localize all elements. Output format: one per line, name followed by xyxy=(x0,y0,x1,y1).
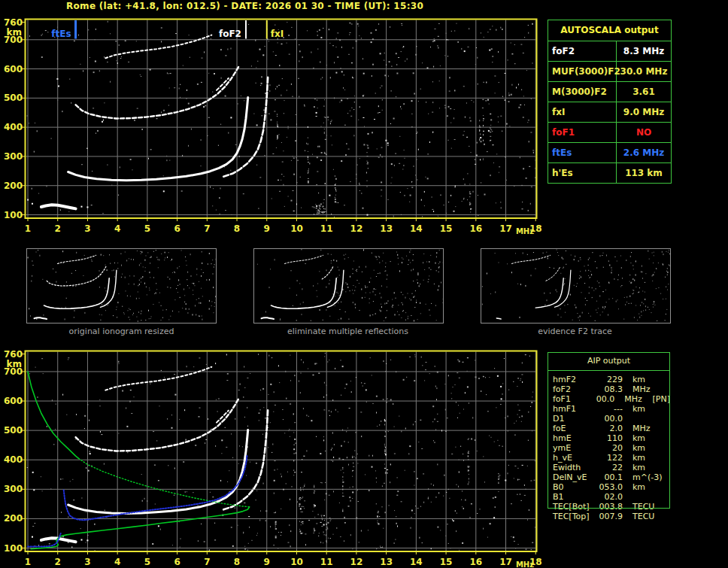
parameter-unit: m^(-3) xyxy=(632,472,664,482)
aip-row-Ewidth: Ewidth22km xyxy=(553,463,670,472)
parameter-unit xyxy=(632,414,664,424)
station-date-time-title: Rome (lat: +41.8, lon: 012.5) - DATE: 20… xyxy=(66,1,423,11)
thumbnail-traces xyxy=(496,255,571,319)
parameter-label: M(3000)F2 xyxy=(548,82,617,102)
svg-text:3: 3 xyxy=(84,557,90,567)
parameter-label: hmF2 xyxy=(553,375,596,384)
svg-text:km: km xyxy=(7,359,22,369)
svg-text:6: 6 xyxy=(174,557,180,567)
svg-text:200: 200 xyxy=(4,513,23,524)
autoscala-row-M(3000)F2: M(3000)F23.61 xyxy=(548,82,671,102)
thumbnail-caption-evidence: evidence F2 trace xyxy=(480,327,670,336)
parameter-value: --- xyxy=(596,404,623,414)
autoscala-row-h'Es: h'Es113 km xyxy=(548,163,671,183)
aip-row-DelN_vE: DelN_vE00.1m^(-3) xyxy=(553,472,670,482)
parameter-label: foF1 xyxy=(548,123,617,142)
autoscala-row-foF1: foF1NO xyxy=(548,123,671,143)
svg-text:3: 3 xyxy=(84,223,90,234)
parameter-value: 122 xyxy=(596,453,623,463)
electron-density-profile xyxy=(28,372,250,549)
thumbnail-traces xyxy=(262,255,344,319)
svg-text:16: 16 xyxy=(469,557,482,567)
parameter-unit: MHz xyxy=(624,394,652,404)
svg-text:9: 9 xyxy=(264,223,270,234)
aip-row-foF2: foF208.3MHz xyxy=(553,384,670,394)
thumbnail-caption-eliminate: eliminate multiple reflections xyxy=(253,327,443,336)
parameter-value: 20 xyxy=(596,443,623,453)
svg-text:200: 200 xyxy=(4,181,23,191)
svg-text:10: 10 xyxy=(290,557,303,567)
parameter-label: foF2 xyxy=(553,384,596,394)
parameter-unit: TECU xyxy=(632,502,664,512)
parameter-label: fxI xyxy=(548,102,617,122)
parameter-label: foF2 xyxy=(548,41,617,61)
parameter-unit: km xyxy=(632,375,664,384)
svg-text:600: 600 xyxy=(4,396,23,406)
svg-text:15: 15 xyxy=(440,557,453,567)
parameter-label: TEC[Bot] xyxy=(553,502,596,512)
svg-text:760: 760 xyxy=(4,17,23,28)
parameter-value: NO xyxy=(617,123,671,142)
parameter-value: 110 xyxy=(596,433,623,443)
svg-text:5: 5 xyxy=(144,223,150,234)
parameter-value: 00.1 xyxy=(596,472,623,482)
svg-text:8: 8 xyxy=(234,557,240,567)
parameter-value: 08.3 xyxy=(596,384,623,394)
svg-text:17: 17 xyxy=(499,557,512,567)
svg-text:7: 7 xyxy=(204,223,210,234)
svg-text:14: 14 xyxy=(410,557,423,567)
plot-frame xyxy=(26,351,537,552)
svg-text:11: 11 xyxy=(320,223,333,234)
parameter-label: TEC[Top] xyxy=(553,512,596,521)
svg-text:15: 15 xyxy=(440,223,453,234)
svg-text:2: 2 xyxy=(55,223,61,234)
svg-text:2: 2 xyxy=(55,557,61,567)
parameter-label: B0 xyxy=(553,482,596,492)
svg-text:MHz: MHz xyxy=(516,560,534,568)
parameter-unit: km xyxy=(632,453,664,463)
svg-text:12: 12 xyxy=(350,557,363,567)
parameter-unit: MHz xyxy=(632,384,664,394)
svg-text:1: 1 xyxy=(25,557,31,567)
aip-row-foE: foE2.0MHz xyxy=(553,424,670,433)
parameter-value: 2.0 xyxy=(596,424,623,433)
axis-labels: 760700600500400300200100km12345678910111… xyxy=(4,349,542,568)
frequency-markers: ftEsfoF2fxI xyxy=(51,20,284,39)
autoscala-row-ftEs: ftEs2.6 MHz xyxy=(548,143,671,163)
svg-text:600: 600 xyxy=(4,64,23,74)
autoscala-row-fxI: fxI9.0 MHz xyxy=(548,102,671,123)
ionogram-plot-bottom-with-profile: 760700600500400300200100km12345678910111… xyxy=(0,342,550,568)
autoscala-row-foF2: foF28.3 MHz xyxy=(548,41,671,62)
parameter-label: foE xyxy=(553,424,596,433)
parameter-value: 02.0 xyxy=(596,492,623,502)
svg-text:foF2: foF2 xyxy=(219,29,241,39)
aip-row-D1: D100.0 xyxy=(553,414,670,424)
autoscala-table-header: AUTOSCALA output xyxy=(548,20,671,41)
parameter-value: 00.0 xyxy=(590,394,614,404)
svg-text:100: 100 xyxy=(4,543,23,554)
aip-row-TEC[Bot]: TEC[Bot]003.8TECU xyxy=(553,502,670,512)
aip-output-table: AIP output hmF2229kmfoF208.3MHzfoF100.0M… xyxy=(548,352,670,521)
speckle-noise xyxy=(27,353,535,551)
parameter-unit xyxy=(632,492,664,502)
thumbnail-noise xyxy=(257,249,443,321)
thumbnail-evidence-f2 xyxy=(481,248,671,323)
grid-lines xyxy=(26,352,536,551)
svg-text:fxI: fxI xyxy=(271,29,284,39)
svg-text:1: 1 xyxy=(25,223,31,234)
parameter-value: 30.0 MHz xyxy=(617,62,671,81)
aip-row-ymE: ymE20km xyxy=(553,443,670,453)
svg-text:9: 9 xyxy=(264,557,270,567)
parameter-label: DelN_vE xyxy=(553,472,596,482)
parameter-value: 003.8 xyxy=(596,502,623,512)
parameter-unit: km xyxy=(632,433,664,443)
parameter-label: foF1 xyxy=(553,394,590,404)
parameter-label: D1 xyxy=(553,414,596,424)
thumbnail-eliminate-image xyxy=(254,249,443,323)
aip-row-hmF2: hmF2229km xyxy=(553,375,670,384)
thumbnail-noise xyxy=(482,250,670,322)
svg-text:12: 12 xyxy=(350,223,363,234)
svg-text:500: 500 xyxy=(4,425,23,436)
parameter-label: ftEs xyxy=(548,143,617,163)
parameter-value: 22 xyxy=(596,463,623,472)
